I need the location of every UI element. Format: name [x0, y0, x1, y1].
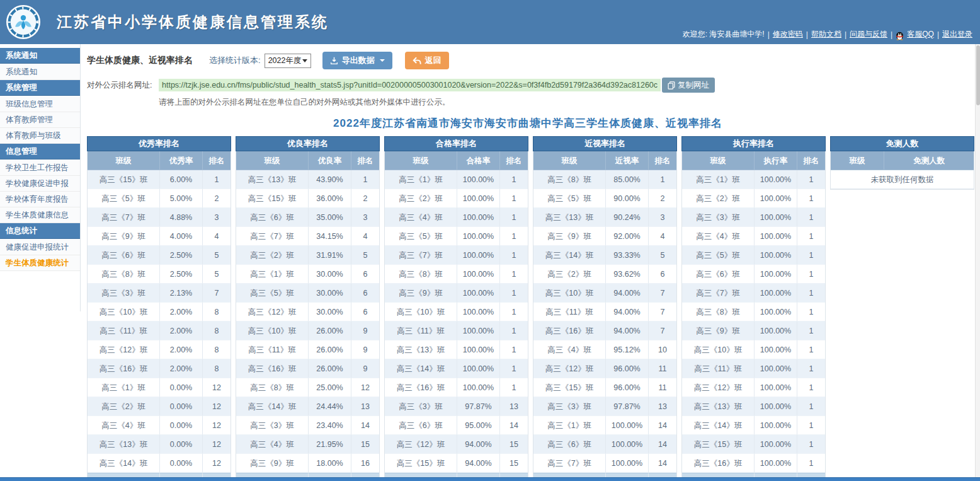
value-cell: 100.00%	[755, 284, 797, 303]
rank-cell: 1	[797, 359, 825, 378]
copy-url-label: 复制网址	[678, 80, 709, 91]
rank-cell: 4	[351, 227, 379, 246]
class-cell: 高三《10》班	[385, 303, 457, 322]
table-row: 高三《8》班100.00%1	[385, 265, 528, 284]
copy-url-button[interactable]: 复制网址	[662, 78, 715, 93]
value-cell: 97.87%	[606, 397, 649, 416]
table-row: 高三《15》班96.00%11	[533, 378, 676, 397]
sidebar-item[interactable]: 健康促进申报统计	[0, 240, 80, 255]
value-cell: 2.00%	[160, 359, 203, 378]
rank-cell: 5	[203, 246, 231, 265]
column-header: 排名	[797, 151, 825, 170]
table-row: 高三《1》班0.00%12	[88, 378, 231, 397]
rank-cell: 14	[649, 416, 676, 435]
sidebar-section-header[interactable]: 信息管理	[0, 144, 80, 159]
value-cell: 2.50%	[160, 265, 203, 284]
table-row: 高三《14》班100.00%1	[385, 359, 528, 378]
sidebar-section-header[interactable]: 信息统计	[0, 223, 80, 239]
rank-cell: 1	[500, 246, 528, 265]
horizontal-scrollbar[interactable]	[0, 477, 980, 481]
table-row: 高三《15》班36.00%2	[236, 189, 379, 208]
link-logout[interactable]: 退出登录	[942, 29, 972, 40]
table-row: 高三《4》班95.12%10	[533, 340, 676, 359]
class-cell: 高三《3》班	[682, 208, 755, 227]
sidebar-section-header[interactable]: 系统管理	[0, 80, 80, 96]
link-help-docs[interactable]: 帮助文档	[811, 29, 841, 40]
table-row: 高三《15》班6.00%1	[88, 170, 231, 189]
table-row: 高三《3》班100.00%1	[682, 208, 825, 227]
class-cell: 高三《16》班	[88, 359, 160, 378]
rank-cell: 1	[500, 378, 528, 397]
sidebar-item[interactable]: 学校健康促进申报	[0, 176, 80, 192]
table-row: 高三《11》班2.00%8	[88, 322, 231, 340]
table-row: 高三《14》班100.00%1	[682, 416, 825, 435]
value-cell: 100.00%	[755, 265, 797, 284]
sidebar-item[interactable]: 学生体质健康信息	[0, 207, 80, 223]
sidebar-item[interactable]: 班级信息管理	[0, 96, 80, 112]
link-feedback[interactable]: 问题与反馈	[850, 29, 887, 40]
chevron-down-icon	[302, 59, 307, 62]
rank-cell: 5	[351, 246, 379, 265]
class-cell: 高三《9》班	[236, 454, 309, 473]
value-cell: 26.00%	[309, 359, 351, 378]
class-cell: 高三《2》班	[533, 265, 606, 284]
vertical-scrollbar-thumb[interactable]	[976, 45, 980, 105]
sidebar-item[interactable]: 体育教师与班级	[0, 128, 80, 144]
column-header: 免测人数	[884, 151, 974, 170]
table-title: 执行率排名	[681, 136, 826, 151]
table-row: 高三《10》班94.00%7	[533, 284, 676, 303]
table-row: 高三《8》班2.50%5	[88, 265, 231, 284]
value-cell: 100.00%	[457, 227, 500, 246]
sidebar-item[interactable]: 系统通知	[0, 64, 80, 80]
rank-cell: 1	[797, 416, 825, 435]
table-row: 高三《6》班100.00%14	[533, 435, 676, 454]
table-header-row: 班级优秀率排名	[88, 151, 231, 170]
value-cell: 0.00%	[160, 378, 203, 397]
back-button[interactable]: 返回	[405, 52, 449, 69]
app-header: 江苏省中小学体质健康信息管理系统 欢迎您: 海安县曲塘中学! |修改密码|帮助文…	[0, 0, 980, 44]
column-header: 优良率	[309, 151, 351, 170]
sidebar-item[interactable]: 体育教师管理	[0, 112, 80, 128]
report-title: 2022年度江苏省南通市海安市海安市曲塘中学高三学生体质健康、近视率排名	[81, 116, 975, 130]
table-row: 高三《9》班4.00%4	[88, 227, 231, 246]
value-cell: 100.00%	[755, 246, 797, 265]
rank-table: 近视率排名班级近视率排名高三《8》班85.00%1高三《5》班90.00%2高三…	[533, 136, 677, 481]
version-select[interactable]: 2022年度	[265, 54, 311, 68]
rank-cell: 1	[500, 227, 528, 246]
back-label: 返回	[425, 55, 442, 66]
value-cell: 100.00%	[457, 359, 500, 378]
table-row: 高三《12》班30.00%6	[236, 303, 379, 322]
sidebar-item[interactable]: 学校卫生工作报告	[0, 160, 80, 176]
class-cell: 高三《1》班	[236, 265, 309, 284]
sidebar-section-header[interactable]: 系统通知	[0, 48, 80, 64]
export-data-button[interactable]: 导出数据	[322, 52, 392, 69]
value-cell: 96.00%	[606, 378, 649, 397]
link-service-qq[interactable]: 客服QQ	[907, 29, 934, 40]
rank-cell: 14	[500, 416, 528, 435]
public-url-value[interactable]: https://tzjk.jse.edu.cn/fms/public/stud_…	[159, 79, 661, 91]
value-cell: 2.00%	[160, 303, 203, 322]
vertical-scrollbar[interactable]	[975, 44, 980, 481]
sidebar-item[interactable]: 学校体育年度报告	[0, 192, 80, 207]
class-cell: 高三《4》班	[533, 340, 606, 359]
value-cell: 96.00%	[606, 359, 649, 378]
value-cell: 2.00%	[160, 322, 203, 340]
table-row: 高三《7》班100.00%1	[385, 246, 528, 265]
column-header: 合格率	[457, 151, 500, 170]
link-change-password[interactable]: 修改密码	[773, 29, 803, 40]
rank-cell: 14	[649, 435, 676, 454]
table-row: 高三《1》班100.00%1	[682, 170, 825, 189]
welcome-text: 欢迎您: 海安县曲塘中学!	[683, 29, 765, 40]
class-cell: 高三《4》班	[385, 208, 457, 227]
class-cell: 高三《16》班	[682, 454, 755, 473]
table-header-row: 班级优良率排名	[236, 151, 379, 170]
value-cell: 0.00%	[160, 435, 203, 454]
class-cell: 高三《3》班	[385, 397, 457, 416]
value-cell: 100.00%	[457, 303, 500, 322]
export-data-label: 导出数据	[342, 55, 375, 66]
table-row: 高三《2》班93.62%6	[533, 265, 676, 284]
rank-cell: 1	[500, 284, 528, 303]
sidebar-item[interactable]: 学生体质健康统计	[0, 255, 80, 271]
rank-cell: 1	[797, 303, 825, 322]
rank-cell: 5	[203, 265, 231, 284]
